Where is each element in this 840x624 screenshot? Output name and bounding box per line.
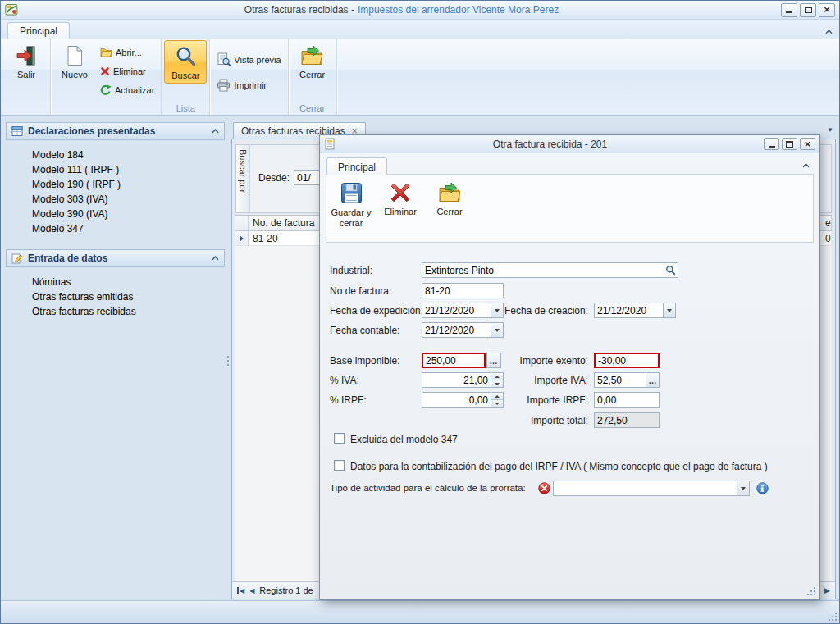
importe-irpf-label: Importe IRPF: <box>496 394 588 406</box>
sidebar-section-entrada-header[interactable]: Entrada de datos <box>6 249 225 267</box>
fecha-creacion-input[interactable] <box>595 303 663 317</box>
dialog-cerrar-button[interactable]: Cerrar <box>428 177 471 239</box>
pct-irpf-input[interactable] <box>422 393 491 407</box>
section-entrada-datos: Entrada de datos Nóminas Otras facturas … <box>6 249 225 323</box>
salir-button[interactable]: Salir <box>5 40 48 83</box>
scroll-right-icon[interactable]: ▶ <box>824 586 830 594</box>
column-header-no-factura[interactable]: No. de factura <box>249 216 331 230</box>
group-label-cerrar: Cerrar <box>291 102 334 115</box>
fecha-expedicion-field[interactable] <box>422 303 504 318</box>
guardar-label: Guardar y cerrar <box>330 207 372 229</box>
sidebar-item-modelo-303[interactable]: Modelo 303 (IVA) <box>32 192 225 207</box>
dialog-close-button[interactable]: × <box>800 138 815 150</box>
guardar-y-cerrar-button[interactable]: Guardar y cerrar <box>330 177 372 239</box>
fecha-contable-field[interactable] <box>422 322 504 338</box>
sidebar-splitter[interactable] <box>225 122 231 599</box>
close-button[interactable]: × <box>819 3 835 17</box>
statusbar <box>1 600 839 623</box>
delete-x-icon <box>100 66 110 76</box>
group-label-empty <box>5 102 48 115</box>
prorrata-input[interactable] <box>554 481 737 495</box>
no-factura-label: No de factura: <box>330 285 391 297</box>
dialog-maximize-button[interactable] <box>782 138 797 150</box>
pct-irpf-field[interactable] <box>422 392 504 408</box>
importe-iva-ellipsis-button[interactable]: … <box>646 373 659 387</box>
sidebar-section-declaraciones-header[interactable]: Declaraciones presentadas <box>6 122 225 140</box>
fecha-contable-input[interactable] <box>422 323 491 337</box>
industrial-field[interactable] <box>422 262 678 278</box>
nuevo-button[interactable]: Nuevo <box>53 40 96 83</box>
maximize-button[interactable] <box>800 3 816 17</box>
minimize-button[interactable] <box>781 3 797 17</box>
datos-contabilizacion-checkbox[interactable] <box>334 460 345 471</box>
fecha-expedicion-input[interactable] <box>422 303 491 317</box>
importe-exento-input[interactable] <box>596 354 658 367</box>
declarations-grid-icon <box>11 125 23 137</box>
actualizar-button[interactable]: Actualizar <box>96 80 158 99</box>
irpf-row: % IRPF: Importe IRPF: <box>320 392 819 408</box>
current-row-indicator-icon <box>235 231 249 245</box>
dialog-tab-principal[interactable]: Principal <box>326 157 387 175</box>
dialog-eliminar-button[interactable]: Eliminar <box>379 177 422 239</box>
first-record-icon[interactable]: ◀ <box>237 587 244 594</box>
dialog-form: Industrial: No de factura: Fecha de expe… <box>320 243 819 599</box>
sidebar-item-nominas[interactable]: Nóminas <box>32 275 225 289</box>
eliminar-button[interactable]: Eliminar <box>96 61 158 80</box>
buscar-label: Buscar <box>171 71 199 81</box>
info-icon[interactable] <box>756 482 769 494</box>
lookup-magnifier-icon[interactable] <box>663 263 678 277</box>
window-resize-grip[interactable] <box>828 612 839 623</box>
chevron-up-icon[interactable] <box>212 256 219 261</box>
dialog-title: Otra factura recibida - 201 <box>340 139 760 150</box>
sidebar-item-modelo-390[interactable]: Modelo 390 (IVA) <box>32 207 225 221</box>
abrir-label: Abrir... <box>116 48 142 57</box>
window-title: Otras facturas recibidas -Impuestos del … <box>22 4 781 16</box>
dropdown-arrow-icon[interactable] <box>737 481 749 495</box>
previous-record-icon[interactable]: ◀ <box>249 587 254 594</box>
no-factura-field[interactable] <box>422 283 504 298</box>
importe-irpf-field[interactable] <box>594 392 660 408</box>
base-imponible-field[interactable] <box>422 353 486 368</box>
dialog-toolbar: Guardar y cerrar Eliminar Cerrar <box>326 174 814 243</box>
sidebar-item-modelo-347[interactable]: Modelo 347 <box>32 221 225 236</box>
excluida-checkbox[interactable] <box>334 433 345 444</box>
no-factura-input[interactable] <box>422 284 503 298</box>
close-icon: × <box>805 139 811 149</box>
base-imponible-input[interactable] <box>423 354 484 367</box>
importe-irpf-input[interactable] <box>595 393 659 407</box>
sidebar-item-modelo-184[interactable]: Modelo 184 <box>32 148 225 162</box>
dialog-resize-grip[interactable] <box>806 586 818 598</box>
filter-panel-vertical-tab[interactable]: Buscar por <box>236 145 250 212</box>
dialog-minimize-button[interactable] <box>764 138 779 150</box>
dialog-collapse-chevron-icon[interactable] <box>802 163 810 168</box>
ribbon-tab-principal[interactable]: Principal <box>7 22 70 39</box>
ribbon-collapse-chevron-icon[interactable] <box>825 30 833 34</box>
sidebar-item-modelo-111[interactable]: Modelo 111 ( IRPF ) <box>32 162 225 177</box>
sidebar-item-modelo-190[interactable]: Modelo 190 ( IRPF ) <box>32 177 225 192</box>
titlebar: Otras facturas recibidas -Impuestos del … <box>1 1 839 20</box>
buscar-button[interactable]: Buscar <box>164 40 207 84</box>
dropdown-arrow-icon[interactable] <box>491 323 503 337</box>
vista-previa-button[interactable]: Vista previa <box>212 50 285 69</box>
dropdown-arrow-icon[interactable] <box>663 303 675 317</box>
pct-iva-input[interactable] <box>422 373 491 387</box>
imprimir-button[interactable]: Imprimir <box>212 75 285 94</box>
cerrar-button[interactable]: Cerrar <box>291 40 334 83</box>
importe-iva-input[interactable] <box>595 373 646 387</box>
printer-icon <box>217 79 231 92</box>
fecha-creacion-field[interactable] <box>594 303 676 318</box>
cell-no-factura[interactable]: 81-20 <box>249 231 331 245</box>
ribbon-group-edicion: Nuevo Abrir... Eliminar <box>51 39 162 115</box>
pct-iva-field[interactable] <box>422 372 504 388</box>
tab-list-dropdown-icon[interactable]: ▼ <box>827 126 833 134</box>
importe-exento-field[interactable] <box>594 353 660 368</box>
industrial-input[interactable] <box>422 263 663 277</box>
sidebar-item-otras-facturas-recibidas[interactable]: Otras facturas recibidas <box>32 304 225 319</box>
abrir-button[interactable]: Abrir... <box>96 43 158 61</box>
importe-iva-field[interactable]: … <box>594 372 660 388</box>
industrial-label: Industrial: <box>330 265 372 276</box>
prorrata-combo[interactable] <box>553 481 750 496</box>
sidebar-item-otras-facturas-emitidas[interactable]: Otras facturas emitidas <box>32 289 225 304</box>
chevron-up-icon[interactable] <box>212 129 219 134</box>
window-controls: × <box>781 3 835 17</box>
